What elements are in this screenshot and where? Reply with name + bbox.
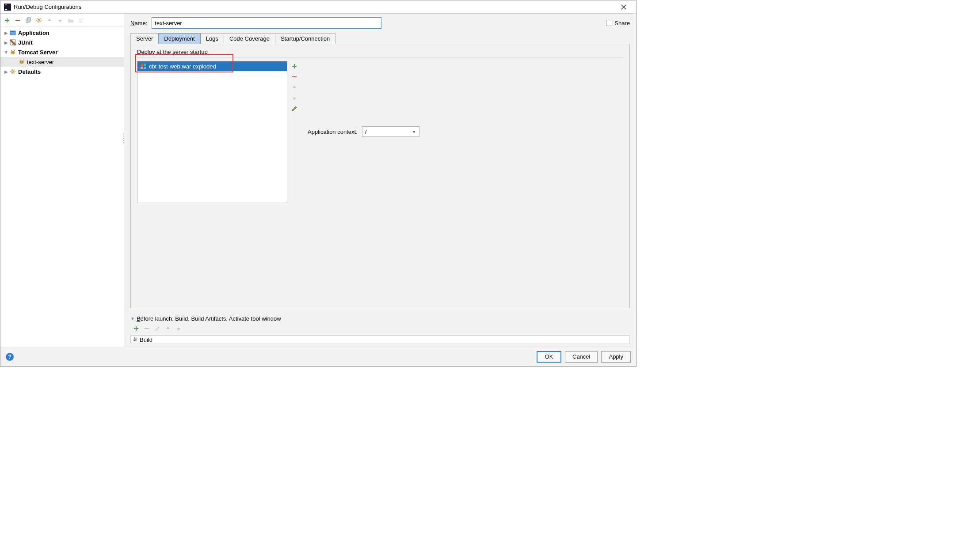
move-down-icon <box>56 16 64 24</box>
tabs: Server Deployment Logs Code Coverage Sta… <box>130 33 630 44</box>
left-panel: az ▶ Application ▶ JUnit ▼ Tomcat Server <box>0 14 124 347</box>
bottom-bar: ? OK Cancel Apply <box>0 347 636 366</box>
artifact-list[interactable]: cbt-test-web:war exploded <box>137 61 287 202</box>
chevron-down-icon: ▼ <box>3 50 9 55</box>
tree-node-defaults[interactable]: ▶ Defaults <box>0 67 124 76</box>
tree-label: text-server <box>27 59 54 65</box>
add-artifact-icon[interactable] <box>290 62 299 71</box>
apply-button[interactable]: Apply <box>601 351 631 363</box>
tab-code-coverage[interactable]: Code Coverage <box>224 33 275 44</box>
collapse-triangle-icon: ▼ <box>130 316 135 321</box>
tree-node-application[interactable]: ▶ Application <box>0 28 124 38</box>
svg-point-18 <box>13 52 14 53</box>
artifact-item[interactable]: cbt-test-web:war exploded <box>137 61 287 71</box>
svg-point-21 <box>22 61 23 62</box>
chevron-down-icon: ▼ <box>412 129 416 134</box>
config-tree: ▶ Application ▶ JUnit ▼ Tomcat Server te… <box>0 27 124 347</box>
svg-text:10: 10 <box>135 339 137 341</box>
tab-logs[interactable]: Logs <box>200 33 224 44</box>
config-toolbar: az <box>0 14 124 27</box>
deployment-tab-content: Deploy at the server startup cbt-test-we… <box>130 44 630 308</box>
edit-artifact-icon[interactable] <box>290 104 299 113</box>
splitter-handle[interactable] <box>122 133 125 144</box>
close-icon[interactable] <box>615 1 633 13</box>
ok-button[interactable]: OK <box>537 351 561 363</box>
svg-rect-14 <box>10 31 15 32</box>
svg-point-17 <box>11 52 12 53</box>
cancel-button[interactable]: Cancel <box>565 351 598 363</box>
artifact-icon <box>140 63 146 69</box>
application-icon <box>9 29 16 36</box>
right-panel: Name: Share Server Deployment Logs Code … <box>124 14 636 347</box>
main-content: az ▶ Application ▶ JUnit ▼ Tomcat Server <box>0 14 636 347</box>
bl-down-icon <box>175 325 183 333</box>
tree-label: JUnit <box>18 39 33 46</box>
artifact-label: cbt-test-web:war exploded <box>149 63 216 70</box>
tree-node-junit[interactable]: ▶ JUnit <box>0 38 124 47</box>
bl-item-label: Build <box>140 337 152 343</box>
tab-server[interactable]: Server <box>130 33 159 44</box>
name-input[interactable] <box>152 17 381 29</box>
before-launch-list[interactable]: 0110 Build <box>130 335 630 343</box>
sort-icon: az <box>77 16 85 24</box>
svg-rect-1 <box>5 4 7 5</box>
share-label: Share <box>614 20 630 26</box>
bl-item[interactable]: 0110 Build <box>132 337 629 343</box>
deploy-section-header: Deploy at the server startup <box>137 49 623 57</box>
svg-rect-25 <box>141 67 143 69</box>
bl-remove-icon <box>143 325 151 333</box>
deploy-area: cbt-test-web:war exploded <box>137 61 623 202</box>
svg-rect-23 <box>141 64 143 66</box>
context-select[interactable]: / ▼ <box>362 126 419 137</box>
bl-edit-icon <box>153 325 161 333</box>
tree-node-text-server[interactable]: text-server <box>0 57 124 67</box>
add-icon[interactable] <box>3 16 11 24</box>
tree-label: Tomcat Server <box>18 49 57 56</box>
artifact-list-wrap: cbt-test-web:war exploded <box>137 61 299 202</box>
chevron-right-icon: ▶ <box>3 69 9 74</box>
tab-startup-connection[interactable]: Startup/Connection <box>275 33 335 44</box>
before-launch-header[interactable]: ▼ Before launch: Build, Build Artifacts,… <box>130 315 630 322</box>
tomcat-icon <box>18 58 25 65</box>
svg-point-20 <box>20 61 21 62</box>
help-icon[interactable]: ? <box>6 353 14 361</box>
before-launch-toolbar <box>130 322 630 335</box>
build-icon: 0110 <box>132 337 137 343</box>
remove-icon[interactable] <box>14 16 22 24</box>
defaults-icon <box>9 68 16 75</box>
svg-point-10 <box>38 19 40 21</box>
context-value: / <box>365 129 367 135</box>
svg-point-19 <box>19 61 24 64</box>
settings-icon[interactable] <box>35 16 43 24</box>
svg-rect-26 <box>144 67 146 69</box>
tree-label: Defaults <box>18 68 41 75</box>
folder-icon <box>67 16 75 24</box>
chevron-right-icon: ▶ <box>3 40 9 45</box>
checkbox-icon <box>606 20 612 26</box>
before-launch-label: Before launch: Build, Build Artifacts, A… <box>137 315 281 322</box>
bl-up-icon <box>164 325 172 333</box>
copy-icon[interactable] <box>24 16 32 24</box>
name-label: Name: <box>130 20 147 26</box>
before-launch-section: ▼ Before launch: Build, Build Artifacts,… <box>130 315 630 343</box>
svg-rect-9 <box>27 18 30 21</box>
artifact-down-icon <box>290 94 299 102</box>
window-title: Run/Debug Configurations <box>14 4 615 10</box>
tree-node-tomcat[interactable]: ▼ Tomcat Server <box>0 47 124 57</box>
share-checkbox[interactable]: Share <box>606 20 630 26</box>
tab-deployment[interactable]: Deployment <box>158 33 200 44</box>
tomcat-icon <box>9 49 16 56</box>
context-label: Application context: <box>308 129 358 135</box>
svg-rect-2 <box>5 9 7 10</box>
name-row: Name: Share <box>130 17 630 29</box>
run-debug-config-window: Run/Debug Configurations az ▶ App <box>0 0 637 367</box>
move-up-icon <box>46 16 53 24</box>
chevron-right-icon: ▶ <box>3 30 9 35</box>
remove-artifact-icon[interactable] <box>290 72 299 81</box>
junit-icon <box>9 39 16 46</box>
tree-label: Application <box>18 30 50 36</box>
context-area: Application context: / ▼ <box>308 61 419 202</box>
svg-text:z: z <box>81 20 83 23</box>
bl-add-icon[interactable] <box>132 325 140 333</box>
svg-rect-24 <box>144 64 146 66</box>
